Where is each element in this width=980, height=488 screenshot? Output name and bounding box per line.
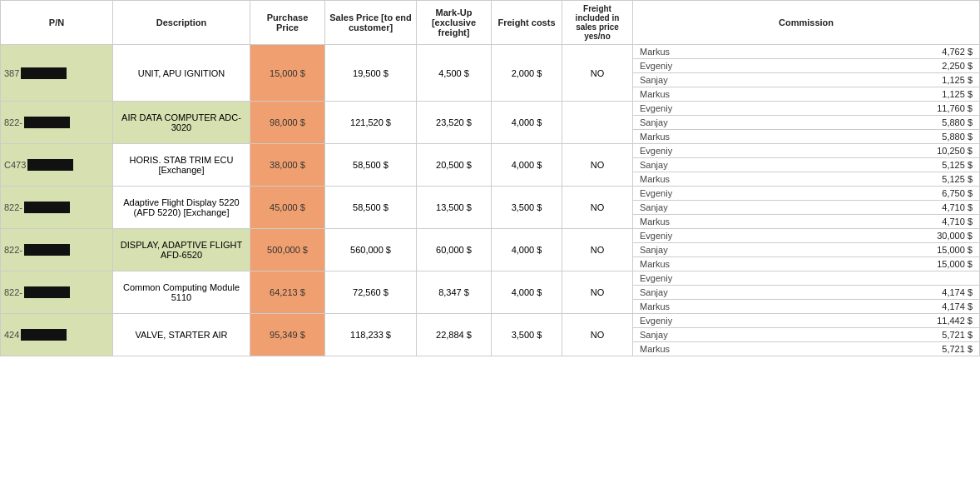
commission-value: 4,762 $ bbox=[923, 47, 973, 57]
freight-included-cell: NO bbox=[562, 314, 633, 356]
sales-price-cell: 121,520 $ bbox=[325, 102, 417, 144]
commission-value: 5,125 $ bbox=[923, 174, 973, 184]
commission-name: Evgeniy bbox=[640, 146, 672, 156]
purchase-price-cell: 64,213 $ bbox=[250, 271, 325, 314]
sales-price-cell: 118,233 $ bbox=[325, 314, 417, 356]
commission-value: 5,721 $ bbox=[923, 330, 973, 340]
commission-value: 4,174 $ bbox=[923, 287, 973, 297]
table-row: 822-Common Computing Module 511064,213 $… bbox=[1, 271, 980, 286]
commission-cell: Markus4,174 $ bbox=[633, 300, 980, 314]
table-row: 424VALVE, STARTER AIR95,349 $118,233 $22… bbox=[1, 314, 980, 328]
table-row: C473HORIS. STAB TRIM ECU [Exchange]38,00… bbox=[1, 144, 980, 158]
commission-cell: Evgeniy10,250 $ bbox=[633, 144, 980, 158]
commission-cell: Markus5,721 $ bbox=[633, 342, 980, 356]
purchase-price-cell: 95,349 $ bbox=[250, 314, 325, 356]
description-cell: UNIT, APU IGNITION bbox=[113, 45, 250, 102]
commission-cell: Sanjay4,710 $ bbox=[633, 201, 980, 215]
commission-value: 11,442 $ bbox=[923, 316, 973, 326]
commission-name: Evgeniy bbox=[640, 188, 672, 198]
main-table-wrapper: P/N Description Purchase Price Sales Pri… bbox=[0, 0, 980, 356]
freight-included-cell: NO bbox=[562, 187, 633, 229]
table-row: 822-DISPLAY, ADAPTIVE FLIGHT AFD-6520500… bbox=[1, 229, 980, 243]
sales-price-cell: 58,500 $ bbox=[325, 187, 417, 229]
commission-name: Markus bbox=[640, 89, 670, 99]
commission-value: 4,174 $ bbox=[923, 301, 973, 311]
freight-included-cell: NO bbox=[562, 144, 633, 187]
commission-name: Sanjay bbox=[640, 202, 668, 212]
commission-value: 11,760 $ bbox=[923, 103, 973, 113]
markup-cell: 23,520 $ bbox=[417, 102, 492, 144]
description-cell: Adaptive Flight Display 5220 (AFD 5220) … bbox=[113, 187, 250, 229]
freight-costs-cell: 4,000 $ bbox=[492, 102, 562, 144]
pn-cell: 822- bbox=[1, 187, 113, 229]
description-cell: Common Computing Module 5110 bbox=[113, 271, 250, 314]
markup-cell: 20,500 $ bbox=[417, 144, 492, 187]
header-markup: Mark-Up [exclusive freight] bbox=[417, 1, 492, 45]
markup-cell: 8,347 $ bbox=[417, 271, 492, 314]
freight-costs-cell: 4,000 $ bbox=[492, 229, 562, 271]
commission-name: Evgeniy bbox=[640, 231, 672, 241]
commission-cell: Sanjay5,125 $ bbox=[633, 158, 980, 172]
pn-text: C473 bbox=[4, 160, 26, 170]
commission-cell: Markus15,000 $ bbox=[633, 257, 980, 271]
commission-name: Markus bbox=[640, 132, 670, 142]
markup-cell: 4,500 $ bbox=[417, 45, 492, 102]
header-freight-costs: Freight costs bbox=[492, 1, 562, 45]
commission-cell: Sanjay5,880 $ bbox=[633, 116, 980, 130]
commission-name: Markus bbox=[640, 174, 670, 184]
pn-cell: 822- bbox=[1, 271, 113, 314]
commission-value: 5,880 $ bbox=[923, 132, 973, 142]
commission-value: 2,250 $ bbox=[923, 61, 973, 71]
purchase-price-cell: 500,000 $ bbox=[250, 229, 325, 271]
pn-cell: C473 bbox=[1, 144, 113, 187]
commission-value: 5,880 $ bbox=[923, 117, 973, 127]
description-cell: AIR DATA COMPUTER ADC-3020 bbox=[113, 102, 250, 144]
commission-name: Sanjay bbox=[640, 245, 668, 255]
commission-value: 15,000 $ bbox=[923, 259, 973, 269]
commission-name: Evgeniy bbox=[640, 103, 672, 113]
commission-name: Markus bbox=[640, 217, 670, 227]
freight-costs-cell: 2,000 $ bbox=[492, 45, 562, 102]
header-pn: P/N bbox=[1, 1, 113, 45]
freight-costs-cell: 4,000 $ bbox=[492, 144, 562, 187]
commission-value: 10,250 $ bbox=[923, 146, 973, 156]
table-row: 387UNIT, APU IGNITION15,000 $19,500 $4,5… bbox=[1, 45, 980, 59]
commission-cell: Sanjay5,721 $ bbox=[633, 328, 980, 342]
description-cell: DISPLAY, ADAPTIVE FLIGHT AFD-6520 bbox=[113, 229, 250, 271]
header-sales-price: Sales Price [to end customer] bbox=[325, 1, 417, 45]
header-commission: Commission bbox=[633, 1, 980, 45]
commission-name: Evgeniy bbox=[640, 316, 672, 326]
commission-value: 15,000 $ bbox=[923, 245, 973, 255]
commission-name: Markus bbox=[640, 47, 670, 57]
commission-value: 6,750 $ bbox=[923, 188, 973, 198]
header-row: P/N Description Purchase Price Sales Pri… bbox=[1, 1, 980, 45]
commission-cell: Evgeniy30,000 $ bbox=[633, 229, 980, 243]
freight-included-cell: NO bbox=[562, 229, 633, 271]
header-freight-included: Freight included in sales price yes/no bbox=[562, 1, 633, 45]
commission-value: 5,721 $ bbox=[923, 344, 973, 354]
purchase-price-cell: 45,000 $ bbox=[250, 187, 325, 229]
header-purchase-price: Purchase Price bbox=[250, 1, 325, 45]
commission-cell: Sanjay1,125 $ bbox=[633, 73, 980, 87]
commission-cell: Markus5,880 $ bbox=[633, 130, 980, 144]
sales-price-cell: 58,500 $ bbox=[325, 144, 417, 187]
pn-text: 822- bbox=[4, 202, 22, 212]
commission-name: Sanjay bbox=[640, 117, 668, 127]
commission-name: Markus bbox=[640, 259, 670, 269]
commission-value: 1,125 $ bbox=[923, 89, 973, 99]
commission-cell: Markus1,125 $ bbox=[633, 87, 980, 102]
pn-cell: 822- bbox=[1, 229, 113, 271]
purchase-price-cell: 15,000 $ bbox=[250, 45, 325, 102]
commission-cell: Markus5,125 $ bbox=[633, 172, 980, 187]
header-description: Description bbox=[113, 1, 250, 45]
pn-black-bar bbox=[24, 117, 70, 128]
pn-cell: 822- bbox=[1, 102, 113, 144]
pn-cell: 424 bbox=[1, 314, 113, 356]
sales-price-cell: 560,000 $ bbox=[325, 229, 417, 271]
sales-price-cell: 72,560 $ bbox=[325, 271, 417, 314]
commission-name: Evgeniy bbox=[640, 61, 672, 71]
commission-name: Sanjay bbox=[640, 287, 668, 297]
commission-cell: Evgeniy bbox=[633, 271, 980, 286]
commission-name: Markus bbox=[640, 344, 670, 354]
pn-black-bar bbox=[24, 286, 70, 298]
